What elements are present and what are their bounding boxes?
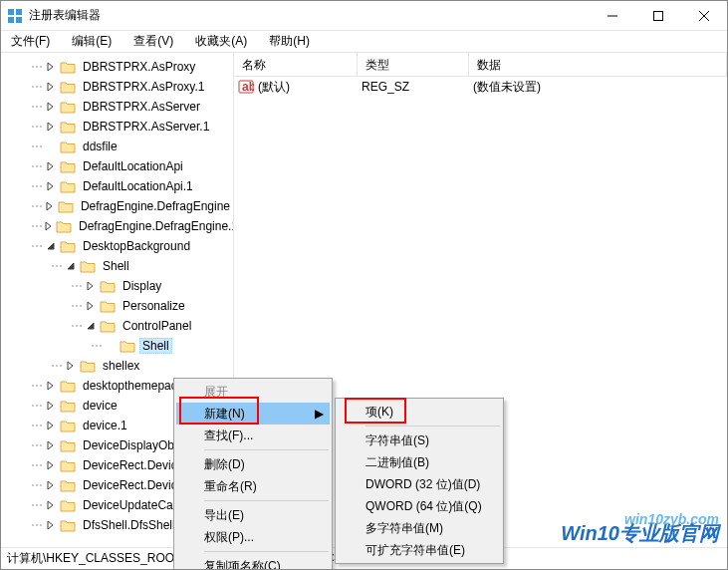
tree-item[interactable]: ⋯DefragEngine.DefragEngine <box>1 196 233 216</box>
folder-icon <box>60 379 76 393</box>
expander-icon[interactable] <box>64 359 78 373</box>
list-row[interactable]: ab (默认) REG_SZ (数值未设置) <box>234 77 727 97</box>
maximize-button[interactable] <box>635 1 681 31</box>
expander-icon[interactable] <box>44 458 58 472</box>
app-icon <box>7 8 23 24</box>
expander-icon[interactable] <box>44 379 58 393</box>
menu-file[interactable]: 文件(F) <box>7 31 54 52</box>
expander-icon[interactable] <box>44 80 58 94</box>
ctx-separator <box>204 500 329 501</box>
folder-icon <box>120 339 135 353</box>
tree-branch-icon: ⋯ <box>31 140 42 153</box>
tree-branch-icon: ⋯ <box>31 80 42 94</box>
tree-label: Shell <box>100 258 132 274</box>
ctx-delete[interactable]: 删除(D) <box>176 453 330 475</box>
tree-label: DefaultLocationApi <box>80 158 186 174</box>
ctx-export[interactable]: 导出(E) <box>176 504 330 526</box>
folder-icon <box>60 179 76 193</box>
tree-item[interactable]: ⋯DesktopBackground <box>1 236 233 256</box>
expander-icon[interactable] <box>44 159 58 173</box>
expander-icon[interactable] <box>44 239 58 253</box>
tree-item[interactable]: ⋯DefragEngine.DefragEngine.1 <box>1 216 233 236</box>
col-header-data[interactable]: 数据 <box>469 53 727 76</box>
tree-branch-icon: ⋯ <box>31 239 42 253</box>
ctx-new-expand[interactable]: 可扩充字符串值(E) <box>338 539 501 561</box>
folder-icon <box>80 259 96 273</box>
ctx-rename[interactable]: 重命名(R) <box>176 475 330 497</box>
expander-icon[interactable] <box>44 478 58 492</box>
value-name: (默认) <box>258 79 362 96</box>
menu-view[interactable]: 查看(V) <box>129 31 177 52</box>
col-header-type[interactable]: 类型 <box>358 53 469 76</box>
expander-icon[interactable] <box>44 179 58 193</box>
ctx-new-binary[interactable]: 二进制值(B) <box>338 451 501 473</box>
value-type: REG_SZ <box>362 80 473 94</box>
folder-icon <box>60 458 76 472</box>
menu-favorites[interactable]: 收藏夹(A) <box>191 31 251 52</box>
tree-item[interactable]: ⋯ControlPanel <box>1 316 233 336</box>
tree-label: DBRSTPRX.AsProxy <box>80 59 198 75</box>
tree-label: DBRSTPRX.AsServer <box>80 99 203 115</box>
expander-icon[interactable] <box>84 279 98 293</box>
tree-item[interactable]: ⋯DBRSTPRX.AsServer.1 <box>1 117 233 137</box>
menu-help[interactable]: 帮助(H) <box>265 31 314 52</box>
close-button[interactable] <box>681 1 727 31</box>
col-header-name[interactable]: 名称 <box>234 53 358 76</box>
expander-icon[interactable] <box>44 60 58 74</box>
tree-item[interactable]: ⋯DefaultLocationApi <box>1 156 233 176</box>
tree-branch-icon: ⋯ <box>31 60 42 74</box>
tree-item[interactable]: ⋯DBRSTPRX.AsServer <box>1 97 233 117</box>
tree-branch-icon: ⋯ <box>51 259 62 273</box>
expander-icon[interactable] <box>44 498 58 512</box>
expander-icon[interactable] <box>64 259 78 273</box>
folder-icon <box>60 478 76 492</box>
ctx-separator <box>204 449 329 450</box>
svg-rect-0 <box>8 9 14 15</box>
tree-label: DfsShell.DfsShell <box>80 517 178 533</box>
tree-item[interactable]: ⋯Shell <box>1 336 233 356</box>
ctx-permissions[interactable]: 权限(P)... <box>176 526 330 548</box>
folder-icon <box>60 239 76 253</box>
tree-branch-icon: ⋯ <box>51 359 62 373</box>
tree-label: device <box>80 398 121 414</box>
tree-label: ControlPanel <box>120 318 194 334</box>
ctx-new-dword[interactable]: DWORD (32 位)值(D) <box>338 473 501 495</box>
expander-icon[interactable] <box>44 100 58 114</box>
titlebar: 注册表编辑器 <box>1 1 727 31</box>
ctx-new-label: 新建(N) <box>204 406 245 423</box>
expander-icon[interactable] <box>44 120 58 134</box>
ctx-copyname[interactable]: 复制项名称(C) <box>176 555 330 570</box>
expander-icon[interactable] <box>44 199 56 213</box>
ctx-new-multi[interactable]: 多字符串值(M) <box>338 517 501 539</box>
ctx-new-key[interactable]: 项(K) <box>338 401 501 423</box>
minimize-button[interactable] <box>590 1 635 31</box>
menu-edit[interactable]: 编辑(E) <box>68 31 116 52</box>
tree-item[interactable]: ⋯Personalize <box>1 296 233 316</box>
tree-branch-icon: ⋯ <box>31 498 42 512</box>
ctx-find[interactable]: 查找(F)... <box>176 425 330 446</box>
expander-icon[interactable] <box>44 419 58 432</box>
context-menu: 展开 新建(N) ▶ 查找(F)... 删除(D) 重命名(R) 导出(E) 权… <box>173 378 333 570</box>
folder-icon <box>80 359 96 373</box>
tree-item[interactable]: ⋯ddsfile <box>1 137 233 156</box>
ctx-new-qword[interactable]: QWORD (64 位)值(Q) <box>338 495 501 517</box>
window-controls <box>590 1 727 31</box>
expander-icon[interactable] <box>44 438 58 452</box>
expander-icon[interactable] <box>44 399 58 413</box>
tree-item[interactable]: ⋯DBRSTPRX.AsProxy.1 <box>1 77 233 97</box>
tree-item[interactable]: ⋯DefaultLocationApi.1 <box>1 176 233 196</box>
folder-icon <box>60 159 76 173</box>
expander-icon[interactable] <box>84 299 98 313</box>
ctx-new-string[interactable]: 字符串值(S) <box>338 429 501 451</box>
tree-item[interactable]: ⋯Display <box>1 276 233 296</box>
expander-icon[interactable] <box>44 219 54 233</box>
expander-icon[interactable] <box>84 319 98 333</box>
tree-item[interactable]: ⋯shellex <box>1 356 233 376</box>
ctx-new[interactable]: 新建(N) ▶ <box>176 403 330 425</box>
expander-icon[interactable] <box>44 518 58 532</box>
tree-item[interactable]: ⋯Shell <box>1 256 233 276</box>
tree-item[interactable]: ⋯DBRSTPRX.AsProxy <box>1 57 233 77</box>
ctx-expand: 展开 <box>176 381 330 403</box>
folder-icon <box>60 100 76 114</box>
folder-icon <box>60 498 76 512</box>
